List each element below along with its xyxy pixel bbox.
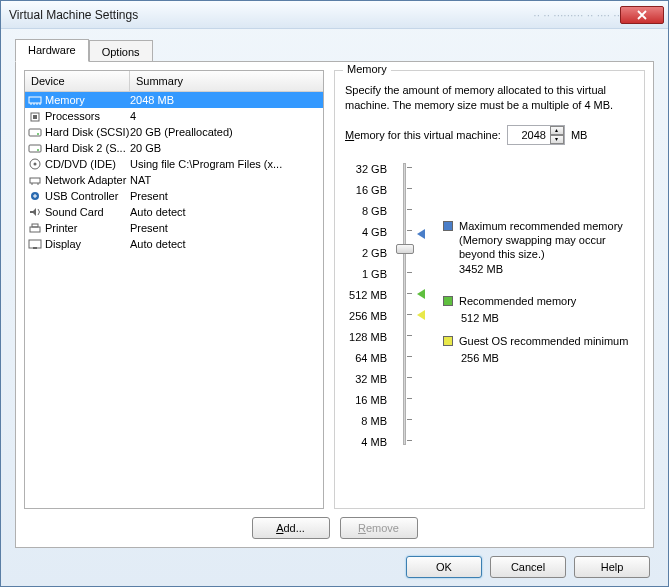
legend-min-swatch [443, 336, 453, 346]
device-row[interactable]: CD/DVD (IDE)Using file C:\Program Files … [25, 156, 323, 172]
column-header-summary[interactable]: Summary [130, 71, 323, 91]
net-icon [27, 173, 43, 187]
device-row[interactable]: Sound CardAuto detect [25, 204, 323, 220]
memory-slider[interactable] [393, 159, 415, 453]
close-icon [637, 10, 647, 20]
memory-spin-down[interactable]: ▾ [550, 135, 564, 144]
svg-rect-6 [33, 115, 37, 119]
svg-point-8 [37, 133, 39, 135]
device-summary: Auto detect [130, 206, 321, 218]
memory-unit: MB [571, 129, 588, 141]
device-summary: Auto detect [130, 238, 321, 250]
marker-min-icon [417, 310, 425, 320]
remove-button[interactable]: Remove [340, 517, 418, 539]
usb-icon [27, 189, 43, 203]
add-button[interactable]: Add... [252, 517, 330, 539]
slider-tick-labels: 32 GB16 GB8 GB4 GB2 GB1 GB512 MB256 MB12… [345, 159, 387, 453]
legend-rec-sub: 512 MB [461, 312, 634, 324]
tick-label: 16 GB [345, 180, 387, 201]
legend-max-sub1: (Memory swapping may occur beyond this s… [459, 233, 634, 262]
svg-rect-7 [29, 129, 41, 136]
tick-label: 8 GB [345, 201, 387, 222]
memory-spin-up[interactable]: ▴ [550, 126, 564, 135]
list-header: Device Summary [25, 71, 323, 92]
device-name: Printer [45, 222, 130, 234]
device-row[interactable]: PrinterPresent [25, 220, 323, 236]
close-button[interactable] [620, 6, 664, 24]
device-row[interactable]: Hard Disk (SCSI)20 GB (Preallocated) [25, 124, 323, 140]
tab-hardware[interactable]: Hardware [15, 39, 89, 62]
list-body: Memory2048 MBProcessors4Hard Disk (SCSI)… [25, 92, 323, 508]
marker-rec-icon [417, 289, 425, 299]
legend-min-sub: 256 MB [461, 352, 634, 364]
device-row[interactable]: Memory2048 MB [25, 92, 323, 108]
svg-point-12 [34, 163, 37, 166]
device-summary: Present [130, 190, 321, 202]
tick-label: 4 MB [345, 432, 387, 453]
hdd-icon [27, 125, 43, 139]
tick-label: 64 MB [345, 348, 387, 369]
printer-icon [27, 221, 43, 235]
dialog-footer: OK Cancel Help [15, 548, 654, 578]
device-summary: Present [130, 222, 321, 234]
tick-label: 1 GB [345, 264, 387, 285]
device-row[interactable]: USB ControllerPresent [25, 188, 323, 204]
device-summary: 20 GB (Preallocated) [130, 126, 321, 138]
svg-rect-18 [32, 224, 38, 227]
device-row[interactable]: Processors4 [25, 108, 323, 124]
svg-rect-0 [29, 97, 41, 103]
device-summary: 2048 MB [130, 94, 321, 106]
cpu-icon [27, 109, 43, 123]
device-row[interactable]: Network AdapterNAT [25, 172, 323, 188]
memory-legend: Maximum recommended memory (Memory swapp… [443, 159, 634, 375]
tab-options[interactable]: Options [89, 40, 153, 62]
memory-icon [27, 93, 43, 107]
help-button[interactable]: Help [574, 556, 650, 578]
device-summary: 20 GB [130, 142, 321, 154]
display-icon [27, 237, 43, 251]
window-title: Virtual Machine Settings [9, 8, 527, 22]
tick-label: 128 MB [345, 327, 387, 348]
memory-groupbox: Memory Specify the amount of memory allo… [334, 70, 645, 509]
legend-min-label: Guest OS recommended minimum [459, 334, 628, 348]
device-name: Sound Card [45, 206, 130, 218]
svg-rect-19 [29, 240, 41, 248]
tick-label: 512 MB [345, 285, 387, 306]
legend-rec-label: Recommended memory [459, 294, 576, 308]
tick-label: 8 MB [345, 411, 387, 432]
device-row[interactable]: Hard Disk 2 (S...20 GB [25, 140, 323, 156]
tab-panel-hardware: Device Summary Memory2048 MBProcessors4H… [15, 61, 654, 548]
device-row[interactable]: DisplayAuto detect [25, 236, 323, 252]
settings-window: Virtual Machine Settings ·· ·· ·········… [0, 0, 669, 587]
memory-group-legend: Memory [343, 63, 391, 75]
device-name: Hard Disk (SCSI) [45, 126, 130, 138]
cancel-button[interactable]: Cancel [490, 556, 566, 578]
svg-point-10 [37, 149, 39, 151]
svg-rect-9 [29, 145, 41, 152]
slider-thumb[interactable] [396, 244, 414, 254]
column-header-device[interactable]: Device [25, 71, 130, 91]
svg-rect-17 [30, 227, 40, 232]
device-name: Network Adapter [45, 174, 130, 186]
device-name: CD/DVD (IDE) [45, 158, 130, 170]
device-summary: Using file C:\Program Files (x... [130, 158, 321, 170]
legend-max-label: Maximum recommended memory [459, 219, 634, 233]
tick-label: 32 MB [345, 369, 387, 390]
device-name: USB Controller [45, 190, 130, 202]
tab-strip: Hardware Options [15, 39, 654, 62]
memory-field-row: Memory for this virtual machine: ▴ ▾ MB [345, 125, 634, 145]
titlebar[interactable]: Virtual Machine Settings ·· ·· ·········… [1, 1, 668, 29]
hdd-icon [27, 141, 43, 155]
ok-button[interactable]: OK [406, 556, 482, 578]
device-name: Display [45, 238, 130, 250]
device-summary: NAT [130, 174, 321, 186]
tick-label: 2 GB [345, 243, 387, 264]
marker-max-icon [417, 229, 425, 239]
legend-rec-swatch [443, 296, 453, 306]
memory-input[interactable] [508, 126, 550, 144]
device-name: Processors [45, 110, 130, 122]
sound-icon [27, 205, 43, 219]
memory-description: Specify the amount of memory allocated t… [345, 83, 634, 113]
memory-spinner: ▴ ▾ [507, 125, 565, 145]
tick-label: 256 MB [345, 306, 387, 327]
